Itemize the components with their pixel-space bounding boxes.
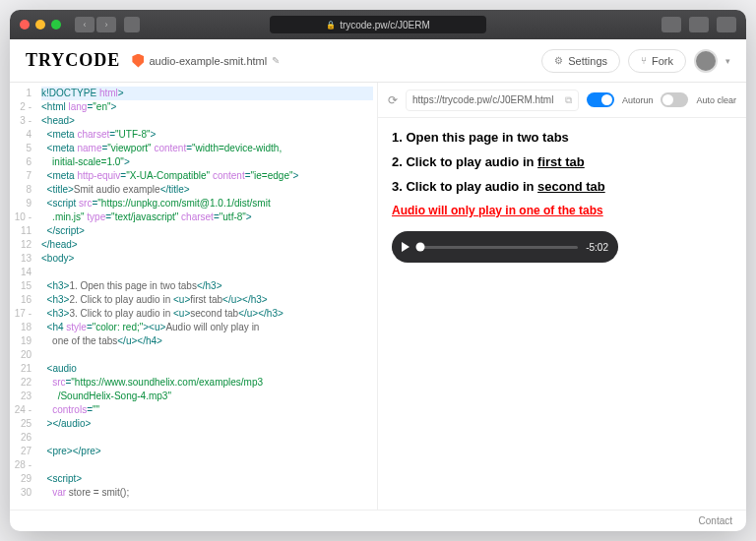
preview-h3: 3. Click to play audio in second tab bbox=[392, 179, 732, 194]
lock-icon: 🔒 bbox=[326, 21, 336, 30]
fork-icon: ⑂ bbox=[641, 55, 647, 66]
logo[interactable]: TRYCODE bbox=[26, 50, 120, 71]
footer: Contact bbox=[10, 510, 746, 531]
browser-window: ‹ › 🔒 trycode.pw/c/J0ERM TRYCODE audio-e… bbox=[10, 10, 746, 531]
main-split: 12 -3 -45678910 -11121314151617 -1819202… bbox=[10, 83, 746, 510]
line-gutter: 12 -3 -45678910 -11121314151617 -1819202… bbox=[10, 83, 37, 510]
autoclear-label: Auto clear bbox=[696, 95, 736, 105]
audio-time: -5:02 bbox=[586, 242, 608, 253]
new-tab-icon[interactable] bbox=[689, 17, 709, 32]
preview-warning: Audio will only play in one of the tabs bbox=[392, 204, 732, 217]
play-icon[interactable] bbox=[402, 242, 410, 252]
avatar[interactable] bbox=[694, 49, 718, 73]
minimize-icon[interactable] bbox=[35, 20, 45, 30]
back-button[interactable]: ‹ bbox=[75, 17, 94, 32]
close-icon[interactable] bbox=[20, 20, 30, 30]
fork-button[interactable]: ⑂ Fork bbox=[628, 49, 686, 73]
preview-pane: ⟳ https://trycode.pw/c/J0ERM.html ⧉ Auto… bbox=[378, 83, 746, 510]
forward-button[interactable]: › bbox=[96, 17, 116, 32]
file-chip[interactable]: audio-example-smit.html ✎ bbox=[132, 54, 280, 68]
autorun-label: Autorun bbox=[622, 95, 654, 105]
preview-toolbar: ⟳ https://trycode.pw/c/J0ERM.html ⧉ Auto… bbox=[378, 83, 746, 118]
settings-label: Settings bbox=[568, 55, 607, 67]
window-titlebar: ‹ › 🔒 trycode.pw/c/J0ERM bbox=[10, 10, 746, 39]
audio-thumb[interactable] bbox=[416, 243, 425, 252]
preview-body: 1. Open this page in two tabs 2. Click t… bbox=[378, 118, 746, 510]
gear-icon: ⚙ bbox=[554, 55, 563, 66]
share-icon[interactable] bbox=[662, 17, 681, 32]
app-header: TRYCODE audio-example-smit.html ✎ ⚙ Sett… bbox=[10, 39, 746, 83]
edit-pencil-icon[interactable]: ✎ bbox=[272, 55, 280, 66]
url-text: trycode.pw/c/J0ERM bbox=[340, 20, 430, 30]
audio-player[interactable]: -5:02 bbox=[392, 231, 618, 263]
url-bar[interactable]: 🔒 trycode.pw/c/J0ERM bbox=[270, 16, 486, 33]
html-shield-icon bbox=[132, 54, 144, 68]
settings-button[interactable]: ⚙ Settings bbox=[541, 49, 620, 73]
autorun-toggle[interactable] bbox=[587, 92, 614, 107]
preview-h1: 1. Open this page in two tabs bbox=[392, 130, 732, 145]
file-name: audio-example-smit.html bbox=[149, 55, 267, 67]
contact-link[interactable]: Contact bbox=[699, 515, 732, 526]
fork-label: Fork bbox=[652, 55, 673, 67]
open-external-icon[interactable]: ⧉ bbox=[565, 94, 572, 106]
code-area[interactable]: k!DOCTYPE html><html lang="en"><head> <m… bbox=[37, 83, 377, 510]
preview-h2: 2. Click to play audio in first tab bbox=[392, 154, 732, 169]
preview-url-field[interactable]: https://trycode.pw/c/J0ERM.html ⧉ bbox=[406, 90, 579, 111]
window-controls bbox=[20, 20, 61, 30]
chevron-down-icon[interactable]: ▾ bbox=[725, 56, 730, 66]
autoclear-toggle[interactable] bbox=[661, 92, 688, 107]
preview-url-text: https://trycode.pw/c/J0ERM.html bbox=[412, 94, 553, 105]
sidebar-toggle-icon[interactable] bbox=[124, 17, 140, 32]
audio-track[interactable] bbox=[417, 246, 578, 249]
tabs-icon[interactable] bbox=[717, 17, 736, 32]
maximize-icon[interactable] bbox=[51, 20, 61, 30]
code-editor[interactable]: 12 -3 -45678910 -11121314151617 -1819202… bbox=[10, 83, 378, 510]
refresh-icon[interactable]: ⟳ bbox=[388, 93, 398, 107]
